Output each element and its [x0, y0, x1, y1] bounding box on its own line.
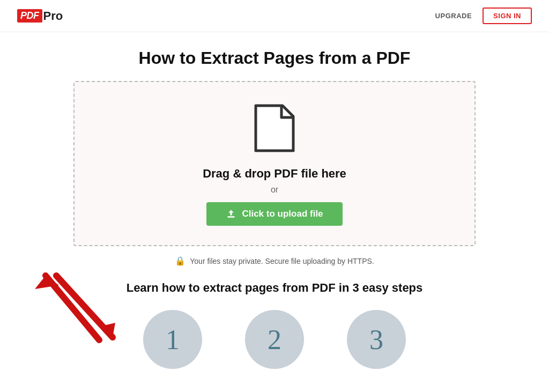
header-nav: UPGRADE SIGN IN: [435, 8, 532, 24]
upgrade-link[interactable]: UPGRADE: [435, 12, 472, 20]
step-2-number: 2: [268, 324, 281, 356]
step-3-number: 3: [369, 324, 383, 356]
security-text: Your files stay private. Secure file upl…: [190, 257, 374, 265]
file-icon: [250, 101, 299, 157]
upload-icon: [226, 209, 236, 219]
logo-pro-text: Pro: [43, 9, 63, 23]
step-1-number: 1: [166, 324, 180, 356]
logo: PDF Pro: [17, 9, 63, 23]
step-circle-2: 2: [245, 310, 304, 369]
drag-drop-label: Drag & drop PDF file here: [203, 167, 346, 181]
steps-section: Learn how to extract pages from PDF in 3…: [0, 281, 549, 380]
signin-button[interactable]: SIGN IN: [483, 8, 532, 24]
step-circle-3: 3: [347, 310, 406, 369]
svg-rect-0: [228, 216, 235, 218]
logo-pdf-text: PDF: [17, 9, 42, 23]
upload-button-label: Click to upload file: [242, 209, 323, 219]
step-circle-1: 1: [143, 310, 202, 369]
lock-icon: 🔒: [175, 256, 186, 266]
security-note: 🔒 Your files stay private. Secure file u…: [73, 256, 476, 266]
page-title: How to Extract Pages from a PDF: [0, 48, 549, 68]
or-label: or: [271, 185, 278, 195]
site-header: PDF Pro UPGRADE SIGN IN: [0, 0, 549, 32]
upload-button[interactable]: Click to upload file: [206, 202, 342, 226]
arrow-decoration: [29, 265, 131, 348]
upload-dropzone[interactable]: Drag & drop PDF file here or Click to up…: [73, 81, 476, 246]
